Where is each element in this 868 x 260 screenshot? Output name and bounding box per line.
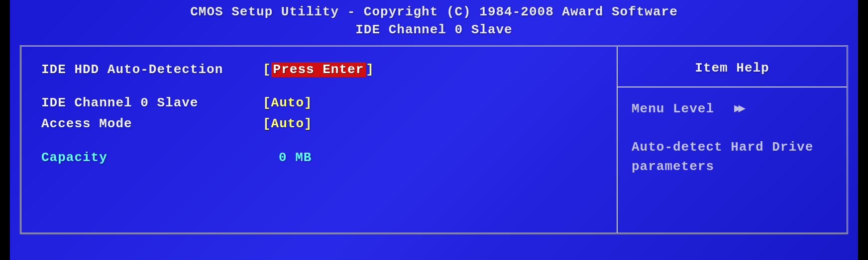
main-content-box: IDE HDD Auto-Detection [Press Enter] IDE… <box>20 45 848 234</box>
auto-detection-label: IDE HDD Auto-Detection <box>41 61 263 80</box>
channel-slave-row[interactable]: IDE Channel 0 Slave [Auto] <box>41 94 597 113</box>
settings-panel: IDE HDD Auto-Detection [Press Enter] IDE… <box>21 47 618 233</box>
capacity-value: 0 MB <box>263 149 312 168</box>
header-subtitle: IDE Channel 0 Slave <box>10 21 858 39</box>
help-body: Menu Level ▶▶ Auto-detect Hard Drive par… <box>618 87 847 188</box>
channel-slave-value: [Auto] <box>263 94 313 113</box>
menu-level-row: Menu Level ▶▶ <box>632 99 833 119</box>
auto-detection-value: [Press Enter] <box>263 61 374 80</box>
access-mode-row[interactable]: Access Mode [Auto] <box>41 115 597 134</box>
auto-value: Auto <box>271 95 304 110</box>
bios-header: CMOS Setup Utility - Copyright (C) 1984-… <box>10 0 858 45</box>
header-title: CMOS Setup Utility - Copyright (C) 1984-… <box>10 3 858 21</box>
bracket-close: ] <box>304 116 313 131</box>
capacity-label: Capacity <box>41 149 263 168</box>
help-description: Auto-detect Hard Drive parameters <box>632 138 833 176</box>
bracket-open: [ <box>263 95 271 110</box>
menu-level-label: Menu Level <box>632 99 714 119</box>
bracket-open: [ <box>263 62 271 77</box>
access-mode-label: Access Mode <box>41 115 263 134</box>
help-panel: Item Help Menu Level ▶▶ Auto-detect Hard… <box>618 47 847 233</box>
spacer <box>41 81 597 94</box>
bios-setup-screen: CMOS Setup Utility - Copyright (C) 1984-… <box>10 0 858 260</box>
spacer <box>41 136 597 149</box>
capacity-row: Capacity 0 MB <box>41 149 597 168</box>
menu-level-indicator-icon: ▶▶ <box>734 100 743 118</box>
auto-value: Auto <box>271 116 304 131</box>
bracket-close: ] <box>366 62 374 77</box>
bracket-close: ] <box>304 95 313 110</box>
press-enter-value: Press Enter <box>271 62 366 77</box>
channel-slave-label: IDE Channel 0 Slave <box>41 94 263 113</box>
auto-detection-row[interactable]: IDE HDD Auto-Detection [Press Enter] <box>41 61 597 80</box>
bracket-open: [ <box>263 116 271 131</box>
help-header: Item Help <box>618 47 847 87</box>
access-mode-value: [Auto] <box>263 115 313 134</box>
